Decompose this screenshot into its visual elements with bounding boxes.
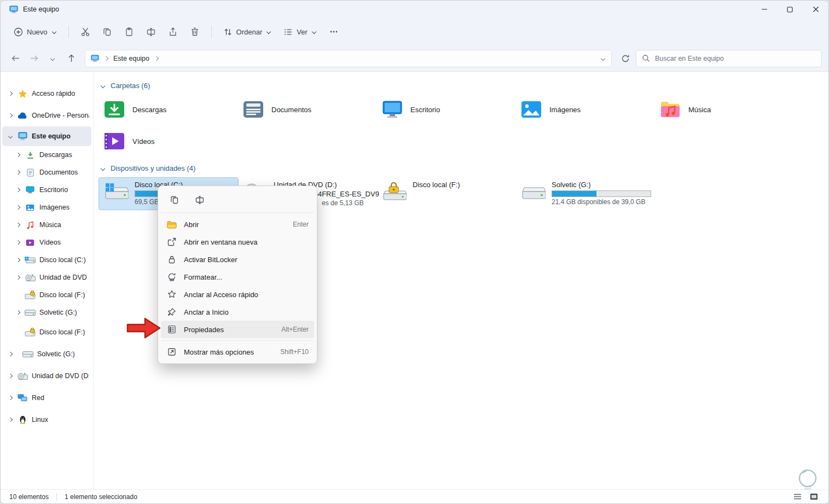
folders-group-header[interactable]: Carpetas (6) (100, 82, 824, 90)
breadcrumb[interactable]: Este equipo (85, 50, 612, 67)
new-button[interactable]: Nuevo (8, 24, 62, 40)
chevron-right-icon[interactable] (8, 417, 13, 422)
rename-button[interactable] (189, 192, 210, 208)
copy-button[interactable] (97, 22, 118, 41)
show-more-icon (166, 347, 177, 357)
folder-tile-imagenes[interactable]: Imágenes (516, 95, 655, 124)
maximize-button[interactable] (777, 1, 803, 18)
up-button[interactable] (63, 50, 79, 67)
collapse-chevron-icon[interactable] (100, 166, 106, 171)
drive-tile-solvetic-g[interactable]: Solvetic (G:) 21,4 GB disponibles de 39,… (516, 178, 655, 210)
chevron-down-icon[interactable] (8, 134, 13, 139)
explorer-body: Acceso rápido OneDrive - Persona Este eq… (1, 72, 828, 489)
drive-icon (22, 351, 33, 358)
sidebar-item-musica[interactable]: Música (2, 216, 91, 234)
chevron-right-icon[interactable] (15, 240, 21, 245)
back-button[interactable] (7, 50, 24, 67)
collapse-chevron-icon[interactable] (100, 83, 106, 89)
cut-button[interactable] (75, 22, 96, 41)
folder-tile-escritorio[interactable]: Escritorio (377, 95, 516, 124)
chevron-right-icon[interactable] (15, 257, 21, 263)
sidebar-item-label: Escritorio (39, 186, 68, 194)
folder-tile-musica[interactable]: Música (655, 95, 794, 124)
recent-locations-button[interactable] (44, 50, 61, 67)
sidebar-item-imagenes[interactable]: Imágenes (2, 199, 91, 216)
sidebar-item-disco-c[interactable]: Disco local (C:) (2, 251, 91, 269)
sidebar-item-videos[interactable]: Vídeos (2, 234, 91, 251)
devices-group-header[interactable]: Dispositivos y unidades (4) (100, 164, 824, 172)
locked-drive-icon (381, 182, 407, 202)
menu-item-activar-bitlocker[interactable]: Activar BitLocker (161, 251, 314, 268)
view-button[interactable]: Ver (278, 24, 322, 40)
folders-group-label: Carpetas (6) (111, 82, 150, 90)
forward-button[interactable] (26, 50, 42, 67)
plus-circle-icon (14, 27, 23, 37)
folder-tile-videos[interactable]: Vídeos (99, 127, 238, 155)
breadcrumb-item[interactable]: Este equipo (113, 55, 149, 62)
address-dropdown-chevron-icon[interactable] (600, 56, 606, 61)
delete-button[interactable] (184, 22, 205, 41)
share-button[interactable] (163, 22, 183, 41)
chevron-right-icon[interactable] (15, 222, 21, 228)
search-icon (642, 54, 650, 62)
search-input[interactable] (655, 55, 816, 62)
menu-item-propiedades[interactable]: Propiedades Alt+Enter (161, 321, 314, 338)
menu-item-formatear[interactable]: Formatear... (161, 268, 314, 286)
sidebar-item-onedrive[interactable]: OneDrive - Persona (2, 105, 91, 126)
chevron-down-icon (51, 29, 57, 34)
desktop-icon (25, 186, 36, 194)
drive-icon (25, 309, 36, 316)
sidebar-item-documentos[interactable]: Documentos (2, 164, 91, 181)
sidebar-item-solvetic-g[interactable]: Solvetic (G:) (2, 304, 91, 321)
chevron-right-icon[interactable] (15, 205, 21, 210)
downloads-folder-icon (103, 100, 125, 119)
chevron-right-icon[interactable] (15, 310, 21, 315)
refresh-button[interactable] (617, 50, 634, 67)
devices-group-label: Dispositivos y unidades (4) (111, 164, 195, 172)
locked-drive-icon (25, 328, 36, 337)
search-box[interactable] (636, 50, 822, 67)
menu-item-label: Activar BitLocker (184, 256, 302, 264)
rename-button[interactable] (141, 22, 161, 41)
menu-item-abrir-ventana-nueva[interactable]: Abrir en ventana nueva (161, 233, 314, 251)
sidebar-item-disco-f[interactable]: Disco local (F:) (2, 286, 91, 304)
chevron-right-icon[interactable] (15, 170, 21, 175)
menu-item-anclar-acceso-rapido[interactable]: Anclar al Acceso rápido (161, 286, 314, 303)
chevron-right-icon[interactable] (8, 113, 13, 118)
chevron-right-icon[interactable] (15, 275, 21, 280)
menu-item-abrir[interactable]: Abrir Enter (161, 216, 314, 233)
sidebar-item-este-equipo[interactable]: Este equipo (2, 126, 91, 146)
drive-tile-disco-f[interactable]: Disco local (F:) (377, 178, 516, 210)
sidebar-item-solvetic-g-2[interactable]: Solvetic (G:) (2, 343, 91, 365)
sidebar-item-dvd-d-2[interactable]: Unidad de DVD (D: (2, 365, 91, 387)
close-button[interactable] (803, 1, 828, 18)
folder-tile-documentos[interactable]: Documentos (238, 95, 377, 124)
sidebar-item-label: Disco local (C:) (39, 256, 86, 264)
details-view-icon[interactable] (791, 491, 803, 502)
sidebar-item-label: Este equipo (32, 132, 71, 140)
sidebar-item-dvd-d[interactable]: Unidad de DVD (D (2, 269, 91, 286)
sidebar-item-escritorio[interactable]: Escritorio (2, 181, 91, 199)
chevron-right-icon[interactable] (15, 187, 21, 193)
sidebar-item-linux[interactable]: Linux (2, 409, 91, 431)
menu-item-anclar-inicio[interactable]: Anclar a Inicio (161, 303, 314, 321)
sidebar-item-descargas[interactable]: Descargas (2, 146, 91, 164)
sidebar-item-red[interactable]: Red (2, 387, 91, 409)
menu-item-mostrar-mas-opciones[interactable]: Mostrar más opciones Shift+F10 (161, 343, 314, 361)
chevron-right-icon[interactable] (8, 351, 13, 357)
sort-button[interactable]: Ordenar (218, 24, 277, 40)
minimize-button[interactable] (751, 1, 777, 18)
paste-button[interactable] (119, 22, 140, 41)
folder-tile-descargas[interactable]: Descargas (99, 95, 238, 124)
context-menu-icon-row (161, 189, 314, 213)
sidebar-item-disco-f-2[interactable]: Disco local (F:) (2, 321, 91, 343)
chevron-right-icon[interactable] (8, 373, 13, 379)
more-options-button[interactable] (323, 22, 344, 41)
chevron-right-icon[interactable] (15, 152, 21, 158)
large-icons-view-icon[interactable] (808, 491, 820, 502)
copy-button[interactable] (164, 192, 185, 208)
chevron-right-icon[interactable] (8, 395, 13, 401)
sidebar-item-acceso-rapido[interactable]: Acceso rápido (2, 83, 91, 105)
chevron-right-icon[interactable] (8, 91, 13, 96)
menu-item-label: Propiedades (184, 326, 274, 334)
